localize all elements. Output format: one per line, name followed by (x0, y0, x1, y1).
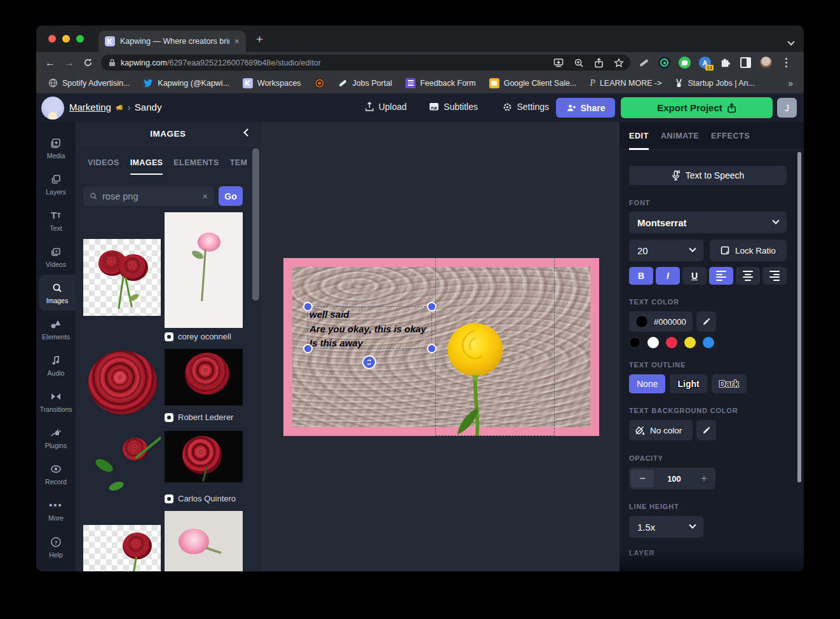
share-page-icon[interactable] (594, 58, 604, 68)
upload-button[interactable]: Upload (365, 102, 407, 112)
outline-dark-button[interactable]: Dark (712, 374, 747, 393)
swatch-blue[interactable] (703, 337, 714, 348)
zoom-window-button[interactable] (76, 35, 84, 43)
tab-videos[interactable]: VIDEOS (88, 158, 119, 175)
forward-icon[interactable]: → (64, 58, 74, 68)
project-name[interactable]: Sandy (135, 102, 162, 112)
sidebar-item-media[interactable]: Media (36, 130, 76, 166)
resize-handle-sw[interactable] (303, 344, 313, 353)
sidebar-item-help[interactable]: ? Help (36, 529, 76, 565)
result-image-pink-rose[interactable] (165, 511, 243, 571)
minimize-window-button[interactable] (62, 35, 70, 43)
back-icon[interactable]: ← (45, 58, 55, 68)
result-image-rose-black-bg[interactable] (165, 349, 243, 405)
tab-close-icon[interactable]: × (234, 36, 240, 46)
sidebar-item-text[interactable]: TT Text (36, 202, 76, 238)
workspace-name[interactable]: Marketing (69, 102, 111, 112)
bookmark-google-client[interactable]: Google Client Sale... (489, 78, 577, 88)
new-tab-button[interactable]: + (256, 33, 263, 45)
settings-button[interactable]: Settings (503, 102, 549, 112)
lock-ratio-button[interactable]: Lock Ratio (710, 240, 787, 261)
clear-search-icon[interactable]: × (202, 191, 208, 201)
sidebar-item-transitions[interactable]: Transitions (36, 383, 76, 419)
text-color-chip[interactable]: #000000 (629, 311, 693, 332)
pencil-extension-icon[interactable] (638, 57, 650, 69)
eyedropper-button[interactable] (696, 420, 716, 440)
swatch-red[interactable] (666, 337, 677, 348)
opacity-value[interactable]: 100 (667, 474, 681, 484)
align-center-button[interactable] (736, 267, 760, 285)
image-search-field[interactable]: × (83, 186, 214, 206)
canvas-workspace[interactable]: well said Are you okay, this is okay Is … (261, 122, 620, 571)
result-image-rose-stem-transparent[interactable] (83, 433, 161, 506)
side-panel-icon[interactable] (740, 57, 752, 69)
chrome-menu-icon[interactable] (780, 57, 792, 69)
sidebar-item-layers[interactable]: Layers (36, 166, 76, 202)
line-height-select[interactable]: 1.5x (629, 516, 703, 538)
go-button[interactable]: Go (219, 186, 243, 206)
rotate-handle[interactable] (362, 355, 376, 369)
result-image-pink-rose[interactable] (165, 212, 243, 328)
opacity-increase-button[interactable]: + (694, 472, 714, 485)
font-size-select[interactable]: 20 (629, 240, 703, 261)
tab-images[interactable]: IMAGES (130, 158, 163, 175)
reload-icon[interactable] (83, 58, 93, 67)
resize-handle-se[interactable] (427, 344, 437, 353)
sidebar-item-elements[interactable]: Elements (36, 311, 76, 347)
text-selection-box[interactable] (308, 306, 432, 349)
bookmark-startup-jobs[interactable]: Startup Jobs | An... (675, 78, 754, 88)
tab-search-icon[interactable] (789, 36, 794, 47)
profile-avatar[interactable] (760, 57, 772, 69)
tab-elements[interactable]: ELEMENTS (173, 158, 219, 175)
result-image-dark-rose-transparent[interactable] (83, 347, 161, 423)
sidebar-item-more[interactable]: ••• More (36, 492, 76, 528)
sidebar-item-videos[interactable]: Videos (36, 238, 76, 275)
underline-button[interactable]: U (682, 267, 707, 285)
bookmark-feedback-form[interactable]: Feedback Form (405, 78, 476, 88)
user-avatar[interactable]: J (777, 98, 797, 118)
result-image-roses-transparent[interactable] (83, 239, 161, 316)
font-family-select[interactable]: Montserrat (629, 212, 787, 233)
sidebar-item-images[interactable]: Images (39, 275, 76, 311)
badge-extension-icon[interactable]: A13 (699, 57, 711, 69)
tab-animate[interactable]: ANIMATE (661, 122, 699, 150)
inspector-scrollbar[interactable] (797, 152, 801, 482)
outline-none-button[interactable]: None (629, 374, 665, 393)
address-bar[interactable]: kapwing.com/6297eaa9252126007689b48e/stu… (101, 55, 630, 71)
rose-layer-selection[interactable] (435, 258, 555, 436)
resize-handle-nw[interactable] (303, 302, 313, 311)
swatch-yellow[interactable] (684, 337, 696, 348)
bookmark-vinyl[interactable] (315, 78, 325, 88)
bold-button[interactable]: B (629, 267, 653, 285)
tab-effects[interactable]: EFFECTS (711, 122, 750, 150)
install-icon[interactable] (553, 58, 564, 68)
close-window-button[interactable] (48, 35, 56, 43)
chat-extension-icon[interactable] (679, 57, 691, 69)
puzzle-extension-icon[interactable] (719, 57, 731, 69)
workspace-avatar[interactable] (41, 97, 64, 119)
result-image-rose-transparent[interactable] (83, 525, 161, 571)
italic-button[interactable]: I (656, 267, 680, 285)
share-button[interactable]: Share (556, 98, 615, 118)
artboard[interactable]: well said Are you okay, this is okay Is … (283, 258, 599, 436)
align-right-button[interactable] (762, 267, 787, 285)
tab-edit[interactable]: EDIT (629, 122, 649, 150)
target-extension-icon[interactable] (658, 57, 670, 69)
bookmark-learn-more[interactable]: P LEARN MORE -> (590, 78, 661, 88)
opacity-decrease-button[interactable]: − (631, 470, 654, 487)
tab-templates[interactable]: TEM (230, 158, 248, 175)
subtitles-button[interactable]: Subtitles (429, 102, 478, 112)
search-input[interactable] (102, 191, 197, 201)
bookmark-spotify[interactable]: Spotify Advertisin... (48, 78, 130, 88)
bookmark-star-icon[interactable] (614, 58, 624, 68)
bookmarks-overflow-icon[interactable]: » (788, 78, 793, 88)
sidebar-item-plugins[interactable]: Plugins (36, 419, 76, 456)
zoom-page-icon[interactable] (574, 58, 584, 68)
sidebar-item-audio[interactable]: Audio (36, 347, 76, 383)
panel-scrollbar[interactable] (252, 148, 259, 301)
swatch-black[interactable] (629, 337, 640, 348)
text-to-speech-button[interactable]: Text to Speech (629, 166, 787, 185)
align-left-button[interactable] (709, 267, 733, 285)
export-project-button[interactable]: Export Project (621, 97, 773, 118)
no-color-button[interactable]: No color (629, 420, 693, 440)
